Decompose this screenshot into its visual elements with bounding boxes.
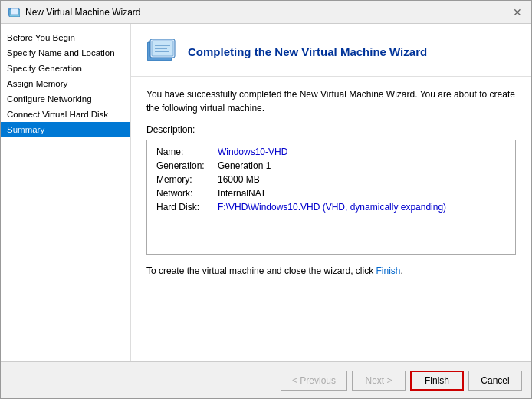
button-bar: < Previous Next > Finish Cancel <box>1 361 531 398</box>
titlebar: New Virtual Machine Wizard ✕ <box>1 1 531 24</box>
sidebar-item-before-you-begin[interactable]: Before You Begin <box>1 30 130 45</box>
network-key: Network: <box>156 188 218 199</box>
vm-harddisk-row: Hard Disk: F:\VHD\Windows10.VHD (VHD, dy… <box>156 202 506 213</box>
harddisk-value: F:\VHD\Windows10.VHD (VHD, dynamically e… <box>218 202 446 213</box>
description-label: Description: <box>146 124 516 135</box>
content-area: Before You Begin Specify Name and Locati… <box>1 24 531 361</box>
vm-generation-row: Generation: Generation 1 <box>156 160 506 171</box>
page-title: Completing the New Virtual Machine Wizar… <box>188 45 427 58</box>
sidebar-item-assign-memory[interactable]: Assign Memory <box>1 76 130 91</box>
main-header: Completing the New Virtual Machine Wizar… <box>131 24 531 77</box>
generation-key: Generation: <box>156 160 218 171</box>
next-button[interactable]: Next > <box>352 371 406 391</box>
svg-rect-2 <box>11 8 18 15</box>
previous-button[interactable]: < Previous <box>281 371 347 391</box>
wizard-complete-icon <box>146 36 177 67</box>
footer-text-content: To create the virtual machine and close … <box>146 265 376 276</box>
harddisk-key: Hard Disk: <box>156 202 218 213</box>
sidebar: Before You Begin Specify Name and Locati… <box>1 24 131 361</box>
main-content: You have successfully completed the New … <box>131 77 531 361</box>
name-value: Windows10-VHD <box>218 147 287 157</box>
vm-name-row: Name: Windows10-VHD <box>156 147 506 157</box>
vm-memory-row: Memory: 16000 MB <box>156 174 506 185</box>
name-key: Name: <box>156 147 218 157</box>
footer-text: To create the virtual machine and close … <box>146 265 516 276</box>
sidebar-item-summary[interactable]: Summary <box>1 122 130 137</box>
sidebar-item-connect-vhd[interactable]: Connect Virtual Hard Disk <box>1 107 130 122</box>
main-panel: Completing the New Virtual Machine Wizar… <box>131 24 531 361</box>
finish-link[interactable]: Finish <box>376 265 400 276</box>
description-box: Name: Windows10-VHD Generation: Generati… <box>146 140 516 255</box>
sidebar-item-configure-networking[interactable]: Configure Networking <box>1 91 130 107</box>
titlebar-title: New Virtual Machine Wizard <box>25 7 510 18</box>
network-value: InternalNAT <box>218 188 266 199</box>
finish-button[interactable]: Finish <box>410 371 464 391</box>
sidebar-item-specify-generation[interactable]: Specify Generation <box>1 61 130 76</box>
intro-text: You have successfully completed the New … <box>146 87 516 115</box>
close-button[interactable]: ✕ <box>510 5 525 20</box>
titlebar-icon <box>7 7 21 18</box>
vm-network-row: Network: InternalNAT <box>156 188 506 199</box>
memory-key: Memory: <box>156 174 218 185</box>
sidebar-item-specify-name[interactable]: Specify Name and Location <box>1 45 130 61</box>
generation-value: Generation 1 <box>218 160 271 171</box>
cancel-button[interactable]: Cancel <box>468 371 522 391</box>
wizard-window: New Virtual Machine Wizard ✕ Before You … <box>0 0 532 399</box>
memory-value: 16000 MB <box>218 174 260 185</box>
